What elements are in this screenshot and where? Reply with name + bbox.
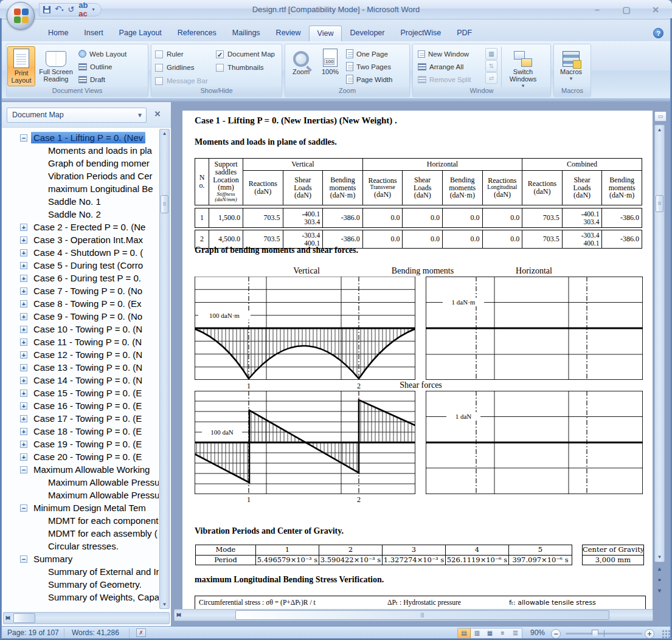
expand-icon[interactable]: + bbox=[20, 287, 27, 295]
help-icon[interactable]: ? bbox=[653, 28, 663, 38]
scroll-down-icon[interactable]: ▼ bbox=[655, 554, 664, 560]
view-ruler-button[interactable]: ▭ bbox=[654, 111, 667, 122]
expand-icon[interactable]: + bbox=[20, 326, 27, 333]
vscroll-thumb[interactable] bbox=[656, 195, 663, 212]
docmap-item[interactable]: Saddle No. 1 bbox=[2, 195, 159, 208]
tab-pdf[interactable]: PDF bbox=[449, 26, 480, 41]
expand-icon[interactable]: + bbox=[20, 351, 27, 359]
docmap-item[interactable]: Vibration Periods and Cer bbox=[2, 170, 159, 182]
print-layout-button[interactable]: Print Layout bbox=[7, 46, 35, 86]
docmap-item[interactable]: +Case 20 - Towing P = 0. (E bbox=[2, 450, 159, 463]
scroll-right-icon[interactable]: ▶ bbox=[175, 611, 183, 618]
sidebar-hscroll-thumb[interactable] bbox=[13, 613, 35, 623]
switch-windows-button[interactable]: Switch Windows ▾ bbox=[504, 46, 542, 86]
draft-button[interactable]: Draft bbox=[76, 73, 144, 86]
collapse-icon[interactable]: − bbox=[20, 466, 27, 473]
collapse-icon[interactable]: − bbox=[20, 504, 27, 512]
vertical-scrollbar[interactable]: ▲▼ bbox=[654, 125, 665, 562]
docmap-item[interactable]: +Case 3 - Operation Int.Max bbox=[2, 233, 159, 246]
document-map-selector[interactable]: Document Map ▼ bbox=[7, 108, 147, 123]
expand-icon[interactable]: + bbox=[20, 453, 27, 461]
tab-developer[interactable]: Developer bbox=[342, 26, 392, 41]
one-page-button[interactable]: One Page bbox=[344, 47, 404, 60]
qat-customize-icon[interactable]: ▾ bbox=[92, 5, 95, 14]
docmap-item[interactable]: Maximum Allowable Pressu bbox=[2, 476, 159, 489]
expand-icon[interactable]: + bbox=[20, 390, 27, 397]
checkbox-thumbnails[interactable]: Thumbnails bbox=[216, 61, 279, 74]
scroll-up-icon[interactable]: ▲ bbox=[160, 131, 169, 136]
collapse-icon[interactable]: − bbox=[20, 134, 27, 142]
docmap-item[interactable]: Maximum Allowable Pressu bbox=[2, 489, 159, 501]
sidebar-vertical-scrollbar[interactable]: ▲ ▼ bbox=[159, 129, 170, 609]
docmap-item[interactable]: MDMT for each assembly ( bbox=[2, 527, 159, 540]
collapse-icon[interactable]: − bbox=[20, 556, 27, 563]
docmap-item[interactable]: Summary of External and Ir bbox=[2, 565, 159, 578]
zoom-in-button[interactable]: + bbox=[645, 629, 654, 639]
checkbox-document-map[interactable]: ✓Document Map bbox=[216, 47, 279, 61]
docmap-item[interactable]: +Case 13 - Towing P = 0. (N bbox=[2, 361, 159, 374]
zoom-slider-thumb[interactable] bbox=[592, 630, 598, 638]
docmap-item[interactable]: +Case 6 - During test P = 0. bbox=[2, 272, 159, 284]
checkbox-icon[interactable] bbox=[155, 50, 163, 58]
checkbox-ruler[interactable]: Ruler bbox=[155, 47, 216, 61]
expand-icon[interactable]: + bbox=[20, 262, 27, 269]
expand-icon[interactable]: + bbox=[20, 224, 27, 231]
full-screen-view-button[interactable]: ▥ bbox=[471, 628, 483, 639]
docmap-item[interactable]: +Case 10 - Towing P = 0. (N bbox=[2, 323, 159, 335]
outline-button[interactable]: Outline bbox=[76, 60, 144, 73]
resize-grip[interactable] bbox=[662, 630, 670, 638]
docmap-item[interactable]: +Case 5 - During test (Corro bbox=[2, 259, 159, 272]
checkbox-icon[interactable]: ✓ bbox=[216, 50, 224, 58]
docmap-item[interactable]: −Case 1 - Lifting P = 0. (Nev bbox=[2, 131, 159, 144]
docmap-item[interactable]: +Case 16 - Towing P = 0. (E bbox=[2, 399, 159, 412]
expand-icon[interactable]: + bbox=[20, 402, 27, 410]
tab-review[interactable]: Review bbox=[268, 26, 309, 41]
tab-insert[interactable]: Insert bbox=[76, 26, 111, 41]
close-button[interactable]: ✕ bbox=[646, 4, 665, 16]
print-layout-view-button[interactable]: ▤ bbox=[458, 628, 471, 639]
docmap-item[interactable]: +Case 2 - Erected P = 0. (Ne bbox=[2, 221, 159, 233]
sidebar-scroll-thumb[interactable] bbox=[161, 195, 168, 213]
macros-button[interactable]: Macros ▾ bbox=[555, 46, 587, 86]
tab-home[interactable]: Home bbox=[40, 26, 76, 41]
maximize-button[interactable]: ▢ bbox=[617, 4, 636, 16]
sidebar-horizontal-scrollbar[interactable]: ◀ ▶ bbox=[3, 612, 170, 624]
docmap-item[interactable]: Circular stresses. bbox=[2, 540, 159, 552]
page-indicator[interactable]: Page: 19 of 107 bbox=[7, 628, 59, 637]
docmap-item[interactable]: +Case 12 - Towing P = 0. (N bbox=[2, 348, 159, 361]
docmap-item[interactable]: Graph of bending momer bbox=[2, 157, 159, 170]
full-screen-reading-button[interactable]: Full Screen Reading bbox=[36, 46, 75, 86]
zoom-button[interactable]: Zoom bbox=[286, 46, 316, 86]
horizontal-scrollbar[interactable]: ◀ ▶ bbox=[174, 609, 653, 621]
select-browse-object-button[interactable]: ● bbox=[654, 575, 665, 585]
docmap-item[interactable]: −Summary bbox=[2, 552, 159, 565]
outline-view-button[interactable]: ≡ bbox=[496, 628, 509, 639]
docmap-item[interactable]: +Case 4 - Shutdown P = 0. ( bbox=[2, 246, 159, 259]
undo-icon[interactable]: ↶▾ bbox=[55, 5, 63, 15]
zoom-100-button[interactable]: 100% bbox=[317, 46, 343, 86]
scroll-up-icon[interactable]: ▲ bbox=[655, 127, 664, 132]
expand-icon[interactable]: + bbox=[20, 441, 27, 448]
zoom-out-button[interactable]: − bbox=[551, 629, 561, 639]
redo-icon[interactable]: ↺ bbox=[68, 5, 74, 14]
docmap-item[interactable]: Saddle No. 2 bbox=[2, 208, 159, 221]
minimize-button[interactable]: – bbox=[588, 4, 606, 16]
scroll-right-icon[interactable]: ▶ bbox=[4, 614, 12, 621]
docmap-item[interactable]: maximum Longitudinal Be bbox=[2, 182, 159, 195]
docmap-item[interactable]: +Case 7 - Towing P = 0. (No bbox=[2, 284, 159, 297]
previous-page-button[interactable]: ▲ bbox=[654, 564, 665, 574]
tab-view[interactable]: View bbox=[309, 26, 342, 41]
two-pages-button[interactable]: Two Pages bbox=[344, 60, 404, 73]
hscroll-thumb[interactable] bbox=[235, 610, 609, 620]
arrange-all-button[interactable]: Arrange All bbox=[415, 60, 483, 73]
close-icon[interactable]: ✕ bbox=[151, 108, 164, 120]
expand-icon[interactable]: + bbox=[20, 415, 27, 422]
docmap-item[interactable]: Summary of Geometry. bbox=[2, 578, 159, 591]
docmap-item[interactable]: Summary of Weights, Capa bbox=[2, 591, 159, 604]
checkbox-icon[interactable] bbox=[155, 64, 163, 72]
save-icon[interactable] bbox=[43, 6, 50, 13]
docmap-item[interactable]: MDMT for each component bbox=[2, 514, 159, 527]
checkbox-icon[interactable] bbox=[216, 64, 224, 72]
new-window-button[interactable]: New Window bbox=[415, 47, 483, 60]
tab-mailings[interactable]: Mailings bbox=[224, 26, 268, 41]
